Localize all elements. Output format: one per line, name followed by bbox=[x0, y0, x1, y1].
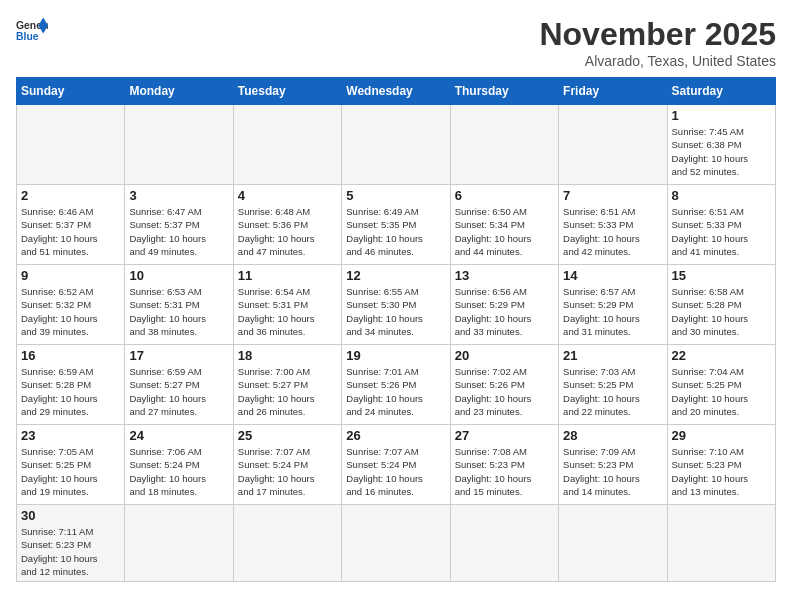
weekday-header-sunday: Sunday bbox=[17, 78, 125, 105]
svg-text:Blue: Blue bbox=[16, 31, 39, 42]
generalblue-logo-icon: General Blue bbox=[16, 16, 48, 44]
day-number: 19 bbox=[346, 348, 445, 363]
calendar-cell bbox=[125, 505, 233, 582]
calendar-cell: 9Sunrise: 6:52 AM Sunset: 5:32 PM Daylig… bbox=[17, 265, 125, 345]
month-title: November 2025 bbox=[539, 16, 776, 53]
day-info: Sunrise: 7:04 AM Sunset: 5:25 PM Dayligh… bbox=[672, 365, 771, 418]
day-info: Sunrise: 6:53 AM Sunset: 5:31 PM Dayligh… bbox=[129, 285, 228, 338]
calendar-cell: 12Sunrise: 6:55 AM Sunset: 5:30 PM Dayli… bbox=[342, 265, 450, 345]
week-row-4: 16Sunrise: 6:59 AM Sunset: 5:28 PM Dayli… bbox=[17, 345, 776, 425]
day-number: 3 bbox=[129, 188, 228, 203]
calendar-cell: 20Sunrise: 7:02 AM Sunset: 5:26 PM Dayli… bbox=[450, 345, 558, 425]
day-number: 18 bbox=[238, 348, 337, 363]
calendar-cell bbox=[559, 505, 667, 582]
day-info: Sunrise: 7:00 AM Sunset: 5:27 PM Dayligh… bbox=[238, 365, 337, 418]
day-number: 6 bbox=[455, 188, 554, 203]
calendar-cell: 23Sunrise: 7:05 AM Sunset: 5:25 PM Dayli… bbox=[17, 425, 125, 505]
day-number: 20 bbox=[455, 348, 554, 363]
calendar-cell bbox=[450, 105, 558, 185]
calendar-cell bbox=[17, 105, 125, 185]
day-number: 27 bbox=[455, 428, 554, 443]
weekday-header-friday: Friday bbox=[559, 78, 667, 105]
day-number: 25 bbox=[238, 428, 337, 443]
day-info: Sunrise: 7:02 AM Sunset: 5:26 PM Dayligh… bbox=[455, 365, 554, 418]
calendar-cell bbox=[233, 505, 341, 582]
day-info: Sunrise: 6:56 AM Sunset: 5:29 PM Dayligh… bbox=[455, 285, 554, 338]
day-info: Sunrise: 7:08 AM Sunset: 5:23 PM Dayligh… bbox=[455, 445, 554, 498]
calendar-cell: 2Sunrise: 6:46 AM Sunset: 5:37 PM Daylig… bbox=[17, 185, 125, 265]
day-info: Sunrise: 7:45 AM Sunset: 6:38 PM Dayligh… bbox=[672, 125, 771, 178]
day-info: Sunrise: 6:57 AM Sunset: 5:29 PM Dayligh… bbox=[563, 285, 662, 338]
calendar-cell: 18Sunrise: 7:00 AM Sunset: 5:27 PM Dayli… bbox=[233, 345, 341, 425]
calendar-cell bbox=[342, 505, 450, 582]
day-info: Sunrise: 6:58 AM Sunset: 5:28 PM Dayligh… bbox=[672, 285, 771, 338]
weekday-header-saturday: Saturday bbox=[667, 78, 775, 105]
day-number: 24 bbox=[129, 428, 228, 443]
day-number: 5 bbox=[346, 188, 445, 203]
calendar-cell: 6Sunrise: 6:50 AM Sunset: 5:34 PM Daylig… bbox=[450, 185, 558, 265]
day-number: 11 bbox=[238, 268, 337, 283]
calendar-cell: 8Sunrise: 6:51 AM Sunset: 5:33 PM Daylig… bbox=[667, 185, 775, 265]
weekday-header-wednesday: Wednesday bbox=[342, 78, 450, 105]
day-number: 4 bbox=[238, 188, 337, 203]
day-number: 21 bbox=[563, 348, 662, 363]
week-row-3: 9Sunrise: 6:52 AM Sunset: 5:32 PM Daylig… bbox=[17, 265, 776, 345]
week-row-5: 23Sunrise: 7:05 AM Sunset: 5:25 PM Dayli… bbox=[17, 425, 776, 505]
day-info: Sunrise: 7:01 AM Sunset: 5:26 PM Dayligh… bbox=[346, 365, 445, 418]
day-info: Sunrise: 7:06 AM Sunset: 5:24 PM Dayligh… bbox=[129, 445, 228, 498]
calendar-cell: 22Sunrise: 7:04 AM Sunset: 5:25 PM Dayli… bbox=[667, 345, 775, 425]
day-number: 23 bbox=[21, 428, 120, 443]
week-row-1: 1Sunrise: 7:45 AM Sunset: 6:38 PM Daylig… bbox=[17, 105, 776, 185]
day-number: 13 bbox=[455, 268, 554, 283]
calendar-cell: 17Sunrise: 6:59 AM Sunset: 5:27 PM Dayli… bbox=[125, 345, 233, 425]
calendar-cell: 10Sunrise: 6:53 AM Sunset: 5:31 PM Dayli… bbox=[125, 265, 233, 345]
calendar-cell bbox=[450, 505, 558, 582]
calendar-table: SundayMondayTuesdayWednesdayThursdayFrid… bbox=[16, 77, 776, 582]
calendar-cell bbox=[342, 105, 450, 185]
day-info: Sunrise: 7:10 AM Sunset: 5:23 PM Dayligh… bbox=[672, 445, 771, 498]
calendar-cell: 29Sunrise: 7:10 AM Sunset: 5:23 PM Dayli… bbox=[667, 425, 775, 505]
day-info: Sunrise: 6:46 AM Sunset: 5:37 PM Dayligh… bbox=[21, 205, 120, 258]
day-info: Sunrise: 7:07 AM Sunset: 5:24 PM Dayligh… bbox=[346, 445, 445, 498]
day-number: 26 bbox=[346, 428, 445, 443]
calendar-cell: 13Sunrise: 6:56 AM Sunset: 5:29 PM Dayli… bbox=[450, 265, 558, 345]
weekday-header-thursday: Thursday bbox=[450, 78, 558, 105]
logo: General Blue bbox=[16, 16, 48, 44]
header: General Blue November 2025 Alvarado, Tex… bbox=[16, 16, 776, 69]
day-number: 12 bbox=[346, 268, 445, 283]
calendar-cell bbox=[559, 105, 667, 185]
calendar-cell: 26Sunrise: 7:07 AM Sunset: 5:24 PM Dayli… bbox=[342, 425, 450, 505]
calendar-cell: 16Sunrise: 6:59 AM Sunset: 5:28 PM Dayli… bbox=[17, 345, 125, 425]
weekday-header-row: SundayMondayTuesdayWednesdayThursdayFrid… bbox=[17, 78, 776, 105]
calendar-cell: 25Sunrise: 7:07 AM Sunset: 5:24 PM Dayli… bbox=[233, 425, 341, 505]
location-subtitle: Alvarado, Texas, United States bbox=[539, 53, 776, 69]
calendar-cell: 15Sunrise: 6:58 AM Sunset: 5:28 PM Dayli… bbox=[667, 265, 775, 345]
day-info: Sunrise: 6:49 AM Sunset: 5:35 PM Dayligh… bbox=[346, 205, 445, 258]
calendar-cell: 7Sunrise: 6:51 AM Sunset: 5:33 PM Daylig… bbox=[559, 185, 667, 265]
calendar-cell bbox=[233, 105, 341, 185]
calendar-cell bbox=[125, 105, 233, 185]
calendar-cell: 24Sunrise: 7:06 AM Sunset: 5:24 PM Dayli… bbox=[125, 425, 233, 505]
day-number: 15 bbox=[672, 268, 771, 283]
calendar-cell: 3Sunrise: 6:47 AM Sunset: 5:37 PM Daylig… bbox=[125, 185, 233, 265]
day-number: 2 bbox=[21, 188, 120, 203]
calendar-cell bbox=[667, 505, 775, 582]
day-info: Sunrise: 6:47 AM Sunset: 5:37 PM Dayligh… bbox=[129, 205, 228, 258]
day-number: 7 bbox=[563, 188, 662, 203]
day-info: Sunrise: 6:48 AM Sunset: 5:36 PM Dayligh… bbox=[238, 205, 337, 258]
calendar-cell: 28Sunrise: 7:09 AM Sunset: 5:23 PM Dayli… bbox=[559, 425, 667, 505]
day-number: 1 bbox=[672, 108, 771, 123]
day-info: Sunrise: 6:59 AM Sunset: 5:27 PM Dayligh… bbox=[129, 365, 228, 418]
day-number: 22 bbox=[672, 348, 771, 363]
day-info: Sunrise: 7:11 AM Sunset: 5:23 PM Dayligh… bbox=[21, 525, 120, 578]
day-number: 17 bbox=[129, 348, 228, 363]
day-info: Sunrise: 7:09 AM Sunset: 5:23 PM Dayligh… bbox=[563, 445, 662, 498]
day-number: 14 bbox=[563, 268, 662, 283]
calendar-cell: 4Sunrise: 6:48 AM Sunset: 5:36 PM Daylig… bbox=[233, 185, 341, 265]
calendar-cell: 11Sunrise: 6:54 AM Sunset: 5:31 PM Dayli… bbox=[233, 265, 341, 345]
title-block: November 2025 Alvarado, Texas, United St… bbox=[539, 16, 776, 69]
day-number: 28 bbox=[563, 428, 662, 443]
day-number: 8 bbox=[672, 188, 771, 203]
day-number: 16 bbox=[21, 348, 120, 363]
day-info: Sunrise: 6:54 AM Sunset: 5:31 PM Dayligh… bbox=[238, 285, 337, 338]
